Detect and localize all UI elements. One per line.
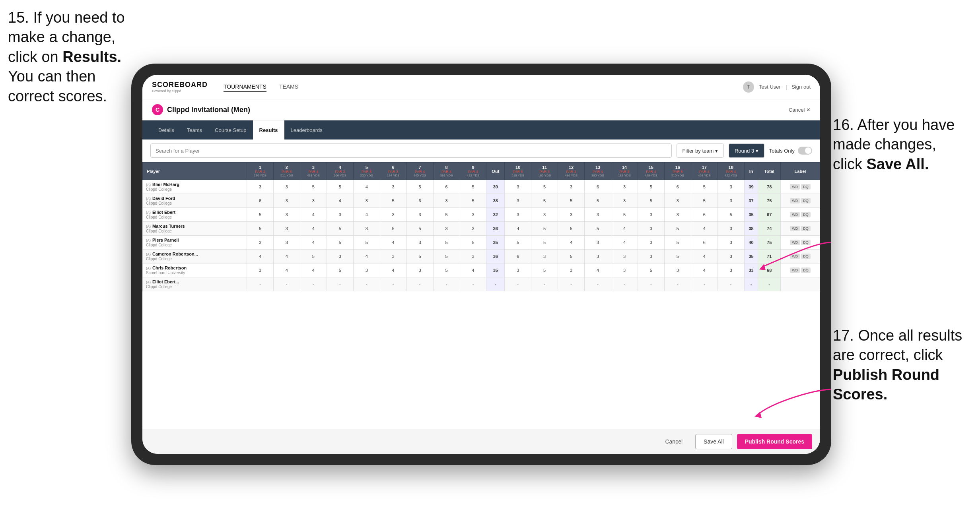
score-front-4[interactable]: - (327, 277, 353, 291)
score-front-5[interactable]: 3 (353, 264, 380, 277)
score-back-13[interactable]: 6 (585, 180, 611, 194)
score-back-12[interactable]: 3 (558, 264, 585, 277)
score-back-16[interactable]: - (664, 277, 691, 291)
score-front-5[interactable]: 3 (353, 222, 380, 236)
score-front-7[interactable]: 5 (406, 250, 433, 264)
score-front-2[interactable]: 3 (273, 236, 300, 250)
score-front-3[interactable]: 5 (300, 250, 327, 264)
cancel-action-button[interactable]: Cancel (657, 434, 690, 449)
score-front-8[interactable]: 5 (433, 264, 460, 277)
round-selector-button[interactable]: Round 3 ▾ (729, 143, 764, 158)
score-back-17[interactable]: - (691, 277, 718, 291)
score-back-11[interactable]: 5 (531, 222, 558, 236)
score-back-16[interactable]: 3 (664, 264, 691, 277)
score-back-17[interactable]: 5 (691, 180, 718, 194)
score-front-9[interactable]: 3 (460, 250, 486, 264)
score-front-7[interactable]: 3 (406, 264, 433, 277)
score-front-7[interactable]: 5 (406, 222, 433, 236)
score-back-11[interactable]: 3 (531, 208, 558, 222)
score-back-18[interactable]: 3 (718, 264, 744, 277)
score-front-7[interactable]: 6 (406, 194, 433, 208)
score-back-10[interactable]: - (505, 277, 531, 291)
score-front-3[interactable]: 4 (300, 236, 327, 250)
score-front-4[interactable]: 5 (327, 264, 353, 277)
label-wd-button[interactable]: WD (790, 254, 800, 259)
score-back-14[interactable]: 3 (611, 264, 638, 277)
score-back-10[interactable]: 3 (505, 180, 531, 194)
filter-by-team-button[interactable]: Filter by team ▾ (677, 143, 724, 158)
score-front-5[interactable]: - (353, 277, 380, 291)
score-front-9[interactable]: 5 (460, 194, 486, 208)
label-dq-button[interactable]: DQ (801, 198, 811, 203)
score-front-6[interactable]: 3 (380, 208, 406, 222)
score-back-16[interactable]: 5 (664, 222, 691, 236)
tab-teams[interactable]: Teams (181, 120, 208, 140)
score-back-11[interactable]: - (531, 277, 558, 291)
score-front-6[interactable]: 5 (380, 222, 406, 236)
score-back-12[interactable]: 5 (558, 222, 585, 236)
label-wd-button[interactable]: WD (790, 212, 800, 217)
score-front-8[interactable]: 3 (433, 222, 460, 236)
score-front-4[interactable]: 5 (327, 236, 353, 250)
score-front-3[interactable]: - (300, 277, 327, 291)
score-back-12[interactable]: 5 (558, 194, 585, 208)
score-back-17[interactable]: 6 (691, 236, 718, 250)
score-front-1[interactable]: 5 (247, 222, 274, 236)
score-back-13[interactable]: - (585, 277, 611, 291)
label-dq-button[interactable]: DQ (801, 240, 811, 245)
score-back-14[interactable]: 3 (611, 250, 638, 264)
score-back-10[interactable]: 3 (505, 208, 531, 222)
score-back-12[interactable]: 3 (558, 180, 585, 194)
score-back-14[interactable]: - (611, 277, 638, 291)
score-front-6[interactable]: 3 (380, 180, 406, 194)
score-back-16[interactable]: 3 (664, 194, 691, 208)
score-back-18[interactable]: 3 (718, 236, 744, 250)
label-dq-button[interactable]: DQ (801, 212, 811, 217)
score-front-9[interactable]: - (460, 277, 486, 291)
label-wd-button[interactable]: WD (790, 198, 800, 203)
publish-round-scores-button[interactable]: Publish Round Scores (737, 434, 812, 449)
score-front-1[interactable]: 6 (247, 194, 274, 208)
score-back-12[interactable]: 3 (558, 208, 585, 222)
score-back-18[interactable]: 3 (718, 250, 744, 264)
score-back-14[interactable]: 4 (611, 236, 638, 250)
score-front-2[interactable]: 4 (273, 264, 300, 277)
score-back-13[interactable]: 3 (585, 250, 611, 264)
score-front-4[interactable]: 3 (327, 250, 353, 264)
search-input[interactable] (150, 143, 672, 158)
tab-results[interactable]: Results (253, 120, 284, 140)
score-back-14[interactable]: 4 (611, 222, 638, 236)
totals-toggle-switch[interactable] (798, 147, 812, 155)
score-back-15[interactable]: 5 (638, 194, 664, 208)
score-front-8[interactable]: 5 (433, 250, 460, 264)
score-front-2[interactable]: 4 (273, 250, 300, 264)
score-back-13[interactable]: 5 (585, 194, 611, 208)
score-front-6[interactable]: 3 (380, 250, 406, 264)
score-back-16[interactable]: 6 (664, 180, 691, 194)
cancel-tournament-button[interactable]: Cancel ✕ (789, 107, 811, 113)
score-back-15[interactable]: 5 (638, 264, 664, 277)
score-front-9[interactable]: 4 (460, 264, 486, 277)
score-back-11[interactable]: 5 (531, 194, 558, 208)
score-front-7[interactable]: 3 (406, 208, 433, 222)
score-front-6[interactable]: 4 (380, 236, 406, 250)
score-front-9[interactable]: 5 (460, 236, 486, 250)
score-back-10[interactable]: 6 (505, 250, 531, 264)
score-back-18[interactable]: 3 (718, 180, 744, 194)
score-front-1[interactable]: 3 (247, 180, 274, 194)
label-dq-button[interactable]: DQ (801, 184, 811, 190)
score-front-6[interactable]: 5 (380, 194, 406, 208)
score-back-11[interactable]: 5 (531, 180, 558, 194)
score-front-8[interactable]: 6 (433, 180, 460, 194)
score-back-16[interactable]: 5 (664, 250, 691, 264)
score-front-4[interactable]: 4 (327, 194, 353, 208)
score-back-18[interactable]: 3 (718, 222, 744, 236)
score-back-14[interactable]: 5 (611, 208, 638, 222)
score-back-17[interactable]: 6 (691, 208, 718, 222)
score-back-15[interactable]: 5 (638, 180, 664, 194)
score-front-7[interactable]: 3 (406, 236, 433, 250)
score-back-17[interactable]: 4 (691, 250, 718, 264)
score-front-3[interactable]: 4 (300, 264, 327, 277)
score-back-12[interactable]: - (558, 277, 585, 291)
score-front-2[interactable]: 3 (273, 194, 300, 208)
